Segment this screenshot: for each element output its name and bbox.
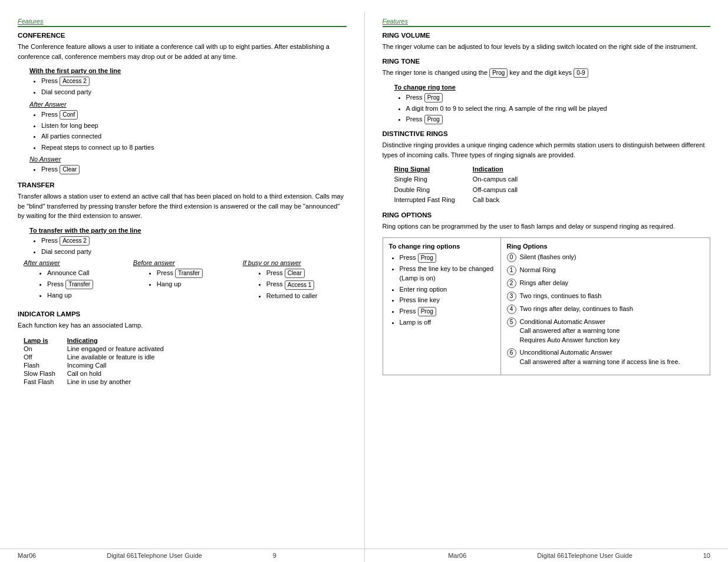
list-item: Enter ring option [400, 285, 495, 295]
ring-options-steps-list: Press Prog Press the line key to be chan… [389, 253, 495, 328]
list-item: Press Prog [406, 114, 711, 124]
footer-left-date: Mar06 [18, 552, 36, 559]
ring-signal-row: Single Ring [394, 174, 455, 185]
lamp-state: Fast Flash [24, 378, 67, 386]
list-item: Repeat steps to connect up to 8 parties [41, 143, 347, 153]
left-features-link[interactable]: Features [18, 18, 347, 25]
ring-tone-section: RING TONE The ringer tone is changed usi… [383, 58, 711, 125]
lamp-state: Off [24, 353, 67, 361]
prog-key: Prog [489, 68, 508, 78]
footer-left-page: 9 [273, 552, 276, 559]
right-green-divider [383, 26, 711, 27]
ring-num-btn: 6 [507, 348, 520, 358]
transfer-steps-list: Press Access 2 Dial second party [18, 236, 347, 257]
after-answer-col-title: After answer [24, 259, 127, 266]
indication-row: On-campus call [473, 174, 518, 185]
lamp-desc: Call on hold [67, 369, 176, 378]
ring-options-left-header: To change ring options [389, 243, 495, 250]
table-row: Flash Incoming Call [24, 361, 176, 369]
clear-key: Clear [60, 165, 80, 174]
list-item: Announce Call [47, 268, 127, 278]
list-item: Dial second party [41, 87, 347, 97]
after-answer-title: After Answer [29, 101, 347, 108]
indicator-lamps-section: INDICATOR LAMPS Each function key has an… [18, 310, 347, 386]
table-row: Off Line available or feature is idle [24, 353, 176, 361]
ring-option-item: 3 Two rings, continues to flash [507, 292, 704, 301]
ring-option-desc: Two rings after delay, continues to flas… [520, 305, 704, 313]
lamp-table-header-row: Lamp is Indicating [24, 336, 176, 345]
ring-signal-row: Interrupted Fast Ring [394, 195, 455, 206]
list-item: Hang up [47, 290, 127, 300]
right-features-link[interactable]: Features [383, 18, 711, 25]
ring-tone-body: The ringer tone is changed using the Pro… [383, 68, 711, 78]
ring-volume-title: RING VOLUME [383, 32, 711, 39]
ring-options-left-col: To change ring options Press Prog Press … [383, 238, 501, 375]
list-item: Hang up [157, 279, 237, 289]
ring-volume-section: RING VOLUME The ringer volume can be adj… [383, 32, 711, 52]
distinctive-rings-body: Distinctive ringing provides a unique ri… [383, 140, 711, 160]
list-item: Press Transfer [157, 268, 237, 278]
list-item: Press the line key to be changed(Lamp is… [400, 264, 495, 283]
footer-right-date: Mar06 [448, 552, 466, 559]
before-answer-col: Before answer Press Transfer Hang up [133, 259, 237, 303]
footer-left-title: Digital 661Telephone User Guide [107, 552, 202, 559]
distinctive-rings-section: DISTINCTIVE RINGS Distinctive ringing pr… [383, 130, 711, 206]
lamp-state: Slow Flash [24, 369, 67, 378]
indicator-lamps-title: INDICATOR LAMPS [18, 310, 347, 318]
ring-option-item: 5 Conditional Automatic AnswerCall answe… [507, 318, 704, 345]
ring-signal-table: Ring Signal Single Ring Double Ring Inte… [394, 166, 711, 206]
list-item: Returned to caller [266, 291, 347, 301]
after-answer-col-list: Announce Call Press Transfer Hang up [24, 268, 127, 300]
list-item: Lamp is off [400, 318, 495, 328]
transfer-section: TRANSFER Transfer allows a station user … [18, 181, 347, 303]
prog-key2: Prog [424, 93, 443, 103]
prog-key3: Prog [424, 115, 443, 124]
lamp-desc: Line in use by another [67, 378, 176, 386]
ring-signal-header: Ring Signal [394, 166, 455, 173]
ring-option-item: 2 Rings after delay [507, 279, 704, 288]
indication-header: Indication [473, 166, 518, 173]
list-item: Press Prog [406, 92, 711, 103]
conf-key: Conf [60, 110, 78, 120]
footer: Mar06 Digital 661Telephone User Guide 9 … [0, 548, 728, 562]
list-item: All parties connected [41, 131, 347, 141]
table-row: Fast Flash Line in use by another [24, 378, 176, 386]
footer-left: Mar06 Digital 661Telephone User Guide 9 [18, 552, 276, 559]
ring-option-item: 6 Unconditional Automatic AnswerCall ans… [507, 348, 704, 366]
ring-option-item: 0 Silent (flashes only) [507, 253, 704, 262]
if-busy-col-title: If busy or no answer [243, 259, 347, 266]
conference-title: CONFERENCE [18, 32, 347, 39]
ring-options-body: Ring options can be programmed by the us… [383, 222, 711, 232]
left-page: Features CONFERENCE The Conference featu… [0, 12, 364, 562]
table-row: On Line engaged or feature activated [24, 345, 176, 353]
list-item: Press Prog [400, 306, 495, 316]
list-item: Press Clear [266, 268, 347, 278]
table-row: Slow Flash Call on hold [24, 369, 176, 378]
footer-right-title: Digital 661Telephone User Guide [537, 552, 632, 559]
transfer-key: Transfer [65, 280, 93, 289]
ring-option-desc: Silent (flashes only) [520, 253, 704, 262]
lamp-desc: Incoming Call [67, 361, 176, 369]
ring-num-btn: 4 [507, 305, 520, 314]
list-item: Press Access 2 [41, 236, 347, 246]
after-answer-col: After answer Announce Call Press Transfe… [24, 259, 127, 303]
indicating-col-header: Indicating [67, 336, 176, 345]
change-ring-tone-subtitle: To change ring tone [394, 84, 711, 91]
list-item: Press Transfer [47, 279, 127, 289]
prog-key5: Prog [418, 307, 436, 316]
footer-right: Mar06 Digital 661Telephone User Guide 10 [448, 552, 710, 559]
before-answer-col-title: Before answer [133, 259, 237, 266]
access1-key: Access 1 [285, 280, 315, 290]
access2-key: Access 2 [60, 77, 90, 86]
after-answer-list: Press Conf Listen for long beep All part… [18, 110, 347, 153]
ring-option-desc: Normal Ring [520, 266, 704, 275]
access2-key2: Access 2 [60, 236, 90, 246]
lamp-desc: Line available or feature is idle [67, 353, 176, 361]
before-answer-col-list: Press Transfer Hang up [133, 268, 237, 289]
first-party-list: Press Access 2 Dial second party [18, 76, 347, 97]
list-item: Press Conf [41, 110, 347, 120]
list-item: Press Access 1 [266, 279, 347, 289]
ring-option-desc: Rings after delay [520, 279, 704, 287]
indicator-lamps-body: Each function key has an associated Lamp… [18, 320, 347, 330]
ring-option-desc: Two rings, continues to flash [520, 292, 704, 300]
